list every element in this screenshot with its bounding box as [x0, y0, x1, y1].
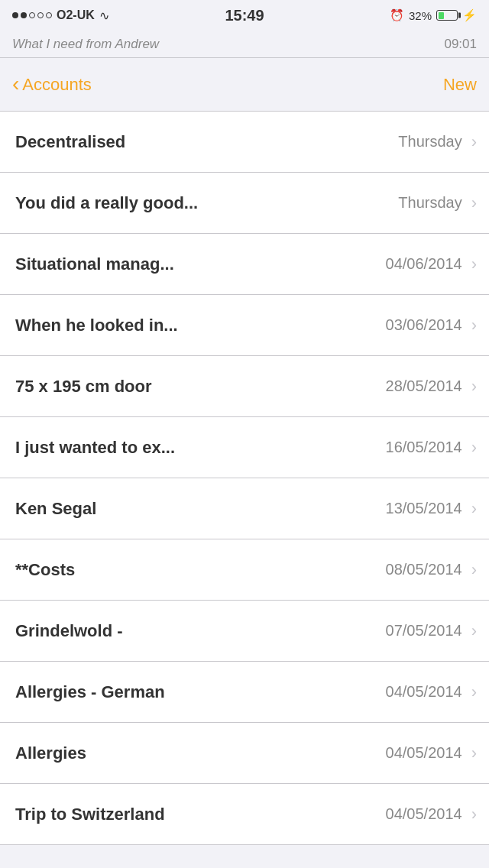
- item-title: Situational manag...: [15, 254, 386, 274]
- item-date: 16/05/2014: [386, 439, 462, 456]
- battery-fill: [439, 12, 444, 19]
- list-item[interactable]: I just wanted to ex... 16/05/2014 ›: [0, 417, 489, 478]
- email-list: Decentralised Thursday › You did a reall…: [0, 112, 489, 845]
- item-title: Trip to Switzerland: [15, 805, 386, 824]
- peek-bar: What I need from Andrew 09:01: [0, 31, 489, 58]
- item-title: Decentralised: [15, 132, 398, 152]
- back-button[interactable]: ‹ Accounts: [12, 75, 92, 95]
- list-item[interactable]: Decentralised Thursday ›: [0, 112, 489, 173]
- item-date: 13/05/2014: [386, 500, 462, 517]
- item-date: 04/05/2014: [386, 683, 462, 701]
- item-date: Thursday: [398, 133, 461, 151]
- list-item[interactable]: **Costs 08/05/2014 ›: [0, 539, 489, 601]
- item-title: When he looked in...: [15, 316, 386, 335]
- item-title: I just wanted to ex...: [15, 438, 386, 458]
- signal-dot-3: [29, 12, 35, 18]
- chevron-right-icon: ›: [471, 562, 477, 578]
- charging-icon: ⚡: [462, 8, 477, 22]
- item-date: 08/05/2014: [386, 561, 462, 578]
- wifi-icon: ∿: [99, 8, 109, 23]
- item-date: 04/06/2014: [386, 255, 462, 273]
- chevron-right-icon: ›: [471, 317, 477, 334]
- item-date: 03/06/2014: [386, 316, 462, 334]
- chevron-right-icon: ›: [471, 684, 477, 701]
- nav-bar: ‹ Accounts New: [0, 58, 489, 112]
- chevron-right-icon: ›: [471, 745, 477, 762]
- alarm-icon: ⏰: [390, 8, 404, 22]
- peek-date: 09:01: [444, 37, 477, 52]
- signal-dots: [12, 12, 52, 18]
- status-right: ⏰ 32% ⚡: [390, 8, 477, 22]
- chevron-right-icon: ›: [471, 500, 477, 517]
- back-label: Accounts: [22, 75, 92, 95]
- peek-text: What I need from Andrew: [12, 37, 159, 52]
- chevron-right-icon: ›: [471, 195, 477, 212]
- chevron-right-icon: ›: [471, 256, 477, 273]
- item-date: 04/05/2014: [386, 744, 462, 762]
- item-title: You did a really good...: [15, 193, 398, 213]
- signal-dot-4: [37, 12, 44, 18]
- signal-dot-5: [46, 12, 52, 18]
- list-item[interactable]: Allergies 04/05/2014 ›: [0, 723, 489, 784]
- item-title: Allergies: [15, 743, 386, 763]
- list-item[interactable]: Ken Segal 13/05/2014 ›: [0, 478, 489, 539]
- status-bar: O2-UK ∿ 15:49 ⏰ 32% ⚡: [0, 0, 489, 31]
- chevron-right-icon: ›: [471, 134, 477, 151]
- chevron-right-icon: ›: [471, 623, 477, 640]
- item-date: 28/05/2014: [386, 377, 462, 395]
- back-chevron-icon: ‹: [12, 73, 19, 95]
- battery-icon: [436, 10, 458, 21]
- chevron-right-icon: ›: [471, 378, 477, 395]
- list-item[interactable]: Grindelwold - 07/05/2014 ›: [0, 601, 489, 662]
- chevron-right-icon: ›: [471, 806, 477, 823]
- list-item[interactable]: 75 x 195 cm door 28/05/2014 ›: [0, 356, 489, 417]
- item-title: Ken Segal: [15, 499, 386, 519]
- list-item[interactable]: Situational manag... 04/06/2014 ›: [0, 234, 489, 295]
- battery-percent: 32%: [409, 9, 432, 22]
- chevron-right-icon: ›: [471, 439, 477, 456]
- list-item[interactable]: Trip to Switzerland 04/05/2014 ›: [0, 784, 489, 845]
- item-date: 04/05/2014: [386, 805, 462, 823]
- signal-dot-2: [21, 12, 27, 18]
- new-button[interactable]: New: [443, 75, 477, 95]
- carrier-label: O2-UK: [57, 8, 95, 22]
- item-title: Grindelwold -: [15, 621, 386, 641]
- item-date: Thursday: [398, 194, 461, 212]
- battery-shape: [436, 10, 458, 21]
- item-title: 75 x 195 cm door: [15, 377, 386, 397]
- list-item[interactable]: You did a really good... Thursday ›: [0, 173, 489, 234]
- item-title: **Costs: [15, 560, 386, 580]
- item-date: 07/05/2014: [386, 622, 462, 640]
- status-left: O2-UK ∿: [12, 8, 109, 23]
- list-item[interactable]: Allergies - German 04/05/2014 ›: [0, 662, 489, 723]
- signal-dot-1: [12, 12, 18, 18]
- item-title: Allergies - German: [15, 682, 386, 702]
- status-time: 15:49: [225, 7, 264, 24]
- list-item[interactable]: When he looked in... 03/06/2014 ›: [0, 295, 489, 356]
